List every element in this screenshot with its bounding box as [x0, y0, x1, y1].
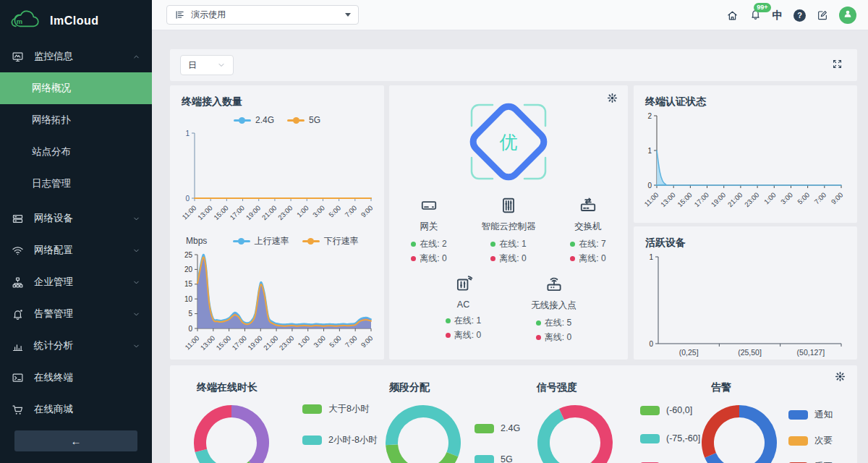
- throughput-unit-label: Mbps: [186, 236, 207, 246]
- terminal-access-chart: 0111:0013:0015:0017:0019:0021:0023:001:0…: [176, 127, 377, 229]
- device-offline-count: 离线: 0: [536, 330, 571, 344]
- legend-item[interactable]: 通知: [788, 409, 833, 421]
- caret-down-icon: [345, 13, 351, 17]
- legend-swatch: [788, 410, 808, 420]
- legend-swatch: [788, 436, 808, 446]
- svg-text:15:00: 15:00: [212, 204, 230, 222]
- legend-marker-icon: [233, 238, 250, 245]
- avatar[interactable]: [839, 7, 856, 24]
- donut-legend: 通知次要重要: [788, 409, 833, 463]
- device-online-count: 在线: 1: [490, 237, 526, 251]
- sidebar-item-label: 统计分析: [34, 339, 132, 352]
- svg-text:9:00: 9:00: [359, 334, 375, 349]
- svg-text:19:00: 19:00: [710, 191, 728, 209]
- svg-text:0: 0: [188, 325, 192, 333]
- svg-text:5:00: 5:00: [796, 191, 811, 206]
- svg-text:17:00: 17:00: [692, 191, 710, 209]
- device-status-row: AC在线: 1离线: 0无线接入点在线: 5离线: 0: [389, 274, 628, 344]
- panel-title: 终端接入数量: [170, 85, 384, 109]
- device-status: 无线接入点在线: 5离线: 0: [509, 274, 599, 344]
- svg-text:11:00: 11:00: [642, 191, 660, 208]
- svg-text:10: 10: [184, 295, 193, 303]
- svg-text:23:00: 23:00: [278, 334, 296, 352]
- sidebar-item-label: 告警管理: [34, 307, 132, 320]
- notification-badge: 99+: [754, 3, 770, 12]
- panel-title: 终端认证状态: [634, 85, 857, 109]
- svg-text:7:00: 7:00: [344, 334, 359, 349]
- sidebar-item-statistics[interactable]: 统计分析: [0, 330, 152, 362]
- sidebar-item-network-config[interactable]: 网络配置: [0, 234, 152, 266]
- svg-text:17:00: 17:00: [230, 334, 248, 352]
- language-toggle[interactable]: 中: [773, 9, 783, 22]
- sidebar-item-monitor[interactable]: 监控信息: [0, 41, 152, 72]
- terminal-icon: [12, 371, 25, 384]
- legend-swatch: [302, 436, 322, 445]
- sidebar-item-online-terminals[interactable]: 在线终端: [0, 362, 152, 394]
- sidebar-collapse-button[interactable]: ←: [14, 430, 137, 451]
- period-select[interactable]: 日: [180, 55, 234, 75]
- legend-item[interactable]: 次要: [788, 435, 833, 447]
- legend-marker-icon: [234, 117, 251, 124]
- sidebar-subitem[interactable]: 网络拓扑: [0, 104, 152, 136]
- device-offline-count: 离线: 0: [446, 328, 481, 342]
- svg-text:0: 0: [185, 195, 190, 203]
- legend-item[interactable]: 下行速率: [302, 235, 359, 247]
- svg-text:21:00: 21:00: [260, 204, 278, 222]
- svg-text:15:00: 15:00: [214, 334, 232, 352]
- sidebar-item-online-mall[interactable]: 在线商城: [0, 394, 152, 425]
- home-icon[interactable]: [726, 9, 739, 22]
- chevron-up-icon: [132, 53, 140, 61]
- health-grade-widget: 优: [464, 97, 553, 187]
- ap-icon: [545, 274, 563, 294]
- device-status: 智能云控制器在线: 1离线: 0: [469, 195, 548, 266]
- toolbar-card: 日: [170, 49, 857, 81]
- legend-item[interactable]: 5G: [287, 115, 320, 125]
- legend-swatch: [302, 404, 322, 414]
- sidebar-item-network-devices[interactable]: 网络设备: [0, 203, 152, 234]
- svg-text:2: 2: [647, 112, 652, 120]
- device-name: 无线接入点: [531, 300, 576, 312]
- signal-strength-donut: [535, 403, 615, 463]
- svg-text:15: 15: [184, 280, 193, 288]
- sidebar-item-enterprise[interactable]: 企业管理: [0, 266, 152, 298]
- cart-icon: [12, 403, 25, 416]
- legend-swatch: [475, 424, 494, 433]
- org-icon: [12, 276, 25, 289]
- legend-item[interactable]: 2.4G: [234, 115, 274, 125]
- bar-chart-icon: [12, 339, 25, 352]
- svg-text:25: 25: [184, 251, 193, 259]
- svg-text:23:00: 23:00: [276, 204, 294, 222]
- device-online-count: 在线: 1: [446, 313, 481, 328]
- network-health-card: 优 网关在线: 2离线: 0智能云控制器在线: 1离线: 0交换机在线: 7离线…: [389, 85, 628, 360]
- cloud-logo-icon: m: [10, 9, 43, 33]
- gear-icon[interactable]: [607, 93, 618, 103]
- device-offline-count: 离线: 0: [490, 251, 526, 266]
- device-name: AC: [457, 300, 469, 310]
- svg-text:13:00: 13:00: [196, 204, 214, 222]
- app-logo[interactable]: m ImCloud: [0, 0, 152, 41]
- site-selector[interactable]: 演示使用: [166, 5, 359, 25]
- help-icon[interactable]: ?: [793, 9, 806, 22]
- device-status-row: 网关在线: 2离线: 0智能云控制器在线: 1离线: 0交换机在线: 7离线: …: [389, 195, 628, 266]
- svg-text:9:00: 9:00: [359, 204, 375, 219]
- legend-swatch: [640, 434, 660, 443]
- topbar-icons: 99+ 中 ?: [726, 0, 857, 30]
- notifications-button[interactable]: 99+: [749, 8, 762, 23]
- svg-text:3:00: 3:00: [311, 204, 326, 219]
- device-name: 智能云控制器: [482, 221, 536, 233]
- svg-text:(50,127]: (50,127]: [797, 348, 825, 357]
- monitor-icon: [12, 50, 25, 63]
- health-grade: 优: [500, 130, 518, 154]
- fullscreen-icon[interactable]: [832, 59, 843, 69]
- edit-icon[interactable]: [817, 9, 828, 21]
- svg-text:13:00: 13:00: [659, 191, 677, 209]
- sidebar-subitem[interactable]: 日志管理: [0, 168, 152, 200]
- svg-text:21:00: 21:00: [726, 191, 744, 209]
- device-online-count: 在线: 5: [536, 315, 571, 330]
- sidebar-subitem[interactable]: 网络概况: [0, 72, 152, 104]
- legend-item[interactable]: 上行速率: [233, 235, 289, 247]
- svg-text:11:00: 11:00: [180, 204, 197, 221]
- sidebar-subitem[interactable]: 站点分布: [0, 136, 152, 168]
- sidebar-item-alarm-mgmt[interactable]: 告警管理: [0, 298, 152, 330]
- svg-text:15:00: 15:00: [676, 191, 694, 209]
